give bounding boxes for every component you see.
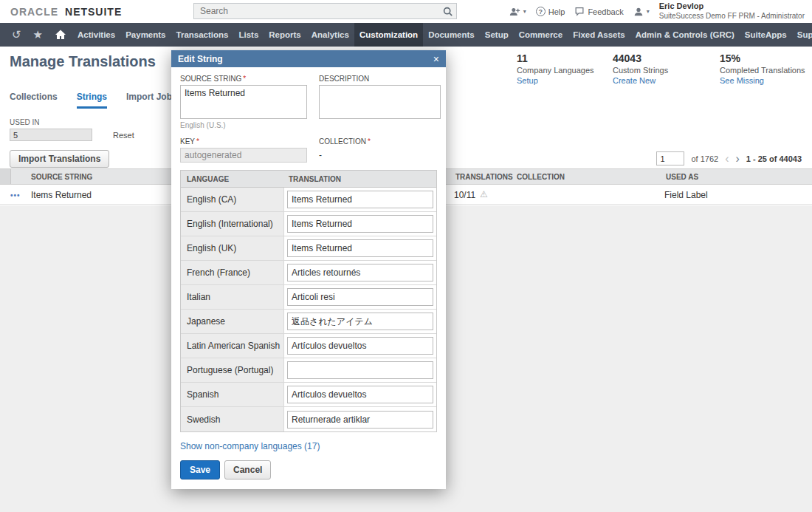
translation-row: Japanese (181, 310, 436, 334)
nav-item-support[interactable]: Support (792, 23, 812, 47)
caret-down-icon: ▾ (523, 8, 526, 15)
nav-item-analytics[interactable]: Analytics (306, 23, 354, 47)
nav-item-documents[interactable]: Documents (423, 23, 480, 47)
translation-input[interactable] (287, 313, 433, 330)
column-header-used-as[interactable]: USED AS (666, 173, 698, 181)
translation-input[interactable] (287, 191, 433, 208)
translation-input[interactable] (287, 215, 433, 233)
nav-item-setup[interactable]: Setup (480, 23, 514, 47)
user-info[interactable]: Eric Devlop SuiteSuccess Demo FF PRM - A… (659, 1, 805, 21)
user-icon (633, 7, 644, 17)
nav-item-activities[interactable]: Activities (72, 23, 120, 47)
stat-see-missing-link[interactable]: See Missing (720, 75, 805, 86)
list-corner-cell[interactable] (0, 169, 11, 184)
translation-input[interactable] (287, 264, 433, 281)
home-icon[interactable] (49, 23, 72, 47)
stat-create-new-link[interactable]: Create New (613, 75, 668, 86)
roles-menu-button[interactable]: ▾ (509, 7, 526, 17)
cancel-button[interactable]: Cancel (224, 460, 271, 479)
import-translations-button[interactable]: Import Translations (10, 150, 109, 168)
tab-import-jobs[interactable]: Import Jobs (126, 92, 177, 109)
key-input (180, 148, 307, 163)
netsuite-brand-text: NETSUITE (65, 6, 122, 18)
language-name: Spanish (181, 383, 284, 406)
edit-string-modal: Edit String × SOURCE STRING* DESCRIPTION… (171, 50, 446, 489)
row-actions-menu-icon[interactable]: ••• (10, 191, 21, 199)
global-search-input[interactable] (194, 6, 438, 16)
translation-input[interactable] (287, 288, 433, 306)
nav-item-suiteapps[interactable]: SuiteApps (740, 23, 792, 47)
translation-row: Italian (181, 285, 436, 310)
translation-row: French (France) (181, 261, 436, 285)
close-icon[interactable]: × (433, 54, 439, 64)
stat-label: Completed Translations (720, 65, 805, 75)
user-menu-button[interactable]: ▾ (633, 7, 650, 17)
nav-item-fixed-assets[interactable]: Fixed Assets (568, 23, 630, 47)
stat-label: Custom Strings (613, 65, 668, 75)
translation-input[interactable] (287, 337, 433, 355)
nav-item-payments[interactable]: Payments (120, 23, 171, 47)
nav-item-lists[interactable]: Lists (233, 23, 264, 47)
modal-buttons: Save Cancel (180, 460, 437, 479)
row-source-string: Items Returned (31, 190, 92, 200)
stat-setup-link[interactable]: Setup (517, 75, 594, 86)
translation-input[interactable] (287, 239, 433, 257)
tab-strings[interactable]: Strings (77, 92, 107, 109)
reset-link[interactable]: Reset (113, 131, 134, 140)
nav-item-admin-controls-grc[interactable]: Admin & Controls (GRC) (630, 23, 740, 47)
user-role: SuiteSuccess Demo FF PRM - Administrator (659, 12, 805, 21)
required-marker: * (243, 75, 246, 83)
header-right-cluster: ▾ ? Help Feedback ▾ Eric Devlop SuiteSuc… (509, 0, 805, 23)
help-button[interactable]: ? Help (536, 7, 565, 16)
collection-label: COLLECTION* (319, 137, 441, 146)
modal-title: Edit String (178, 54, 433, 64)
stat-completed-translations: 15% Completed Translations See Missing (720, 52, 805, 86)
top-header: ORACLE NETSUITE ▾ ? Help Feedback (0, 0, 812, 23)
translation-row: English (International) (181, 212, 436, 236)
language-name: Latin American Spanish (181, 334, 284, 358)
chevron-right-icon[interactable]: › (735, 153, 739, 165)
source-string-textarea[interactable]: Items Returned (180, 85, 307, 119)
translation-row: English (CA) (181, 188, 436, 212)
oracle-netsuite-logo[interactable]: ORACLE NETSUITE (10, 6, 122, 18)
modal-body: SOURCE STRING* DESCRIPTION Items Returne… (171, 67, 446, 489)
description-textarea[interactable] (319, 85, 441, 119)
required-marker: * (368, 137, 371, 146)
feedback-bubble-icon (574, 7, 585, 16)
save-button[interactable]: Save (180, 460, 220, 479)
history-icon[interactable]: ↺ (6, 23, 27, 47)
column-header-source-string[interactable]: SOURCE STRING (31, 173, 92, 181)
feedback-label: Feedback (588, 7, 623, 16)
column-header-collection[interactable]: COLLECTION (517, 173, 565, 181)
feedback-button[interactable]: Feedback (574, 7, 623, 16)
pagination: of 1762 ‹ › 1 - 25 of 44043 (656, 151, 802, 165)
language-name: Portuguese (Portugal) (181, 358, 284, 382)
language-column-header: LANGUAGE (181, 175, 284, 183)
nav-item-transactions[interactable]: Transactions (171, 23, 234, 47)
tab-collections[interactable]: Collections (10, 92, 58, 109)
key-label: KEY* (180, 137, 307, 146)
help-label: Help (548, 7, 565, 16)
nav-item-customization[interactable]: Customization (354, 23, 423, 47)
language-name: Italian (181, 285, 284, 309)
nav-item-reports[interactable]: Reports (264, 23, 306, 47)
shortcuts-star-icon[interactable]: ★ (27, 23, 49, 47)
language-name: English (CA) (181, 188, 284, 211)
translation-input[interactable] (287, 386, 433, 403)
translation-row: Swedish (181, 407, 436, 431)
main-nav-bar: ↺ ★ Activities Payments Transactions Lis… (0, 23, 812, 47)
page-range-text: 1 - 25 of 44043 (746, 154, 802, 163)
page-number-input[interactable] (656, 151, 684, 165)
search-icon[interactable] (438, 7, 456, 16)
chevron-left-icon[interactable]: ‹ (725, 153, 729, 165)
translation-input[interactable] (287, 411, 433, 429)
source-string-label: SOURCE STRING* (180, 75, 307, 83)
show-non-company-languages-link[interactable]: Show non-company languages (17) (180, 441, 437, 451)
column-header-translations[interactable]: TRANSLATIONS (455, 173, 513, 181)
stat-value: 15% (720, 52, 805, 65)
language-name: French (France) (181, 261, 284, 284)
translation-input[interactable] (287, 361, 433, 379)
modal-header: Edit String × (171, 50, 446, 67)
nav-item-commerce[interactable]: Commerce (514, 23, 568, 47)
used-in-input[interactable] (10, 129, 92, 141)
